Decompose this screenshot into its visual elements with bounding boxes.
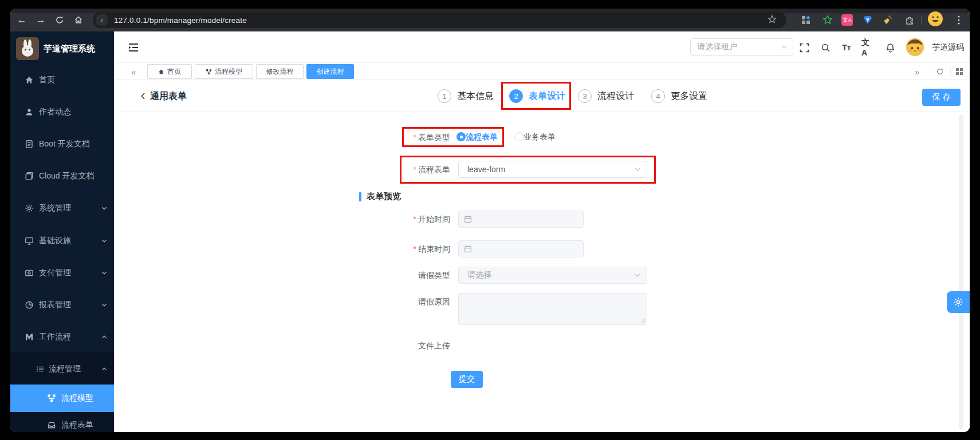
grid-icon xyxy=(956,68,963,75)
browser-home-button[interactable] xyxy=(72,13,85,27)
extensions-puzzle-icon[interactable] xyxy=(903,13,917,27)
sidebar-item-system[interactable]: 系统管理 xyxy=(10,197,114,220)
resize-handle-icon xyxy=(641,319,646,323)
chevron-left-icon xyxy=(139,92,147,100)
site-info-icon[interactable]: i xyxy=(96,14,108,26)
radio-label-business-form[interactable]: 业务表单 xyxy=(524,132,556,142)
sidebar-item-payment[interactable]: 支付管理 xyxy=(10,261,114,284)
url-bar[interactable]: i 127.0.0.1/bpm/manager/model/create xyxy=(93,12,786,28)
sidebar-item-process-form[interactable]: 流程表单 xyxy=(10,414,114,432)
tab-home[interactable]: 首页 xyxy=(147,64,192,79)
step-number: 1 xyxy=(438,89,451,103)
logo-image xyxy=(16,37,39,60)
app-header: 请选择租户 Tт 文A xyxy=(114,31,970,63)
screenshot-stage: ← → i 127.0.0.1/bpm/manager/model/create xyxy=(0,0,980,440)
browser-reload-button[interactable] xyxy=(53,13,66,27)
font-size-icon: Tт xyxy=(842,43,851,52)
tenant-select[interactable]: 请选择租户 xyxy=(690,38,793,56)
chevron-down-icon xyxy=(634,272,641,279)
chevron-up-icon xyxy=(101,366,107,372)
wallet-icon xyxy=(25,268,34,278)
chevron-down-icon xyxy=(781,43,788,50)
home-icon xyxy=(25,76,34,85)
process-form-select[interactable]: leave-form xyxy=(458,161,647,178)
start-time-input xyxy=(458,211,584,228)
tab-process-model[interactable]: 流程模型 xyxy=(195,64,253,79)
home-icon xyxy=(158,69,164,75)
tabs-scroll-left-button[interactable]: « xyxy=(131,63,136,80)
browser-profile-avatar[interactable] xyxy=(928,12,942,26)
step-more-settings[interactable]: 4 更多设置 xyxy=(651,80,707,112)
save-button[interactable]: 保 存 xyxy=(922,89,961,106)
notification-button[interactable] xyxy=(883,41,897,54)
extension-star-icon[interactable] xyxy=(821,13,835,27)
radio-business-form[interactable] xyxy=(514,132,524,141)
form-content: *表单类型 流程表单 业务表单 *流程表单 leave-form xyxy=(114,112,970,432)
leave-reason-textarea xyxy=(458,293,647,325)
sidebar-item-report[interactable]: 报表管理 xyxy=(10,294,114,316)
tab-bar: « 首页 流程模型 修改流程 创建流程 » xyxy=(114,63,970,80)
sidebar-item-process-model[interactable]: 流程模型 xyxy=(10,384,114,412)
browser-back-button[interactable]: ← xyxy=(15,13,29,27)
radio-process-form[interactable] xyxy=(456,132,466,141)
app-logo[interactable]: 芋道管理系统 xyxy=(16,37,95,60)
calendar-icon xyxy=(464,245,472,253)
refresh-icon xyxy=(936,68,944,76)
sidebar-item-cloud-docs[interactable]: Cloud 开发文档 xyxy=(10,165,114,188)
back-button[interactable] xyxy=(139,80,147,112)
submit-button[interactable]: 提交 xyxy=(451,371,483,388)
select-value: leave-form xyxy=(467,165,505,174)
step-process-design[interactable]: 3 流程设计 xyxy=(578,80,634,112)
fullscreen-button[interactable] xyxy=(797,41,811,54)
sidebar-item-home[interactable]: 首页 xyxy=(10,69,114,92)
font-size-button[interactable]: Tт xyxy=(840,41,853,54)
user-avatar[interactable] xyxy=(906,38,924,56)
end-time-label: *结束时间 xyxy=(114,244,450,254)
chevron-down-icon xyxy=(101,302,107,308)
kebab-menu-icon xyxy=(958,15,960,25)
bookmark-star-icon[interactable] xyxy=(767,14,777,25)
browser-menu-button[interactable] xyxy=(952,13,966,27)
step-number: 3 xyxy=(578,89,592,103)
theme-settings-button[interactable] xyxy=(947,291,970,313)
bell-icon xyxy=(885,43,895,53)
leave-reason-label: 请假原因 xyxy=(114,296,450,307)
browser-forward-button[interactable]: → xyxy=(34,13,48,27)
step-form-design[interactable]: 2 表单设计 xyxy=(509,80,565,112)
locale-button[interactable]: 文A xyxy=(861,41,875,54)
fullscreen-icon xyxy=(800,43,809,53)
tabs-scroll-right-button[interactable]: » xyxy=(915,63,919,80)
sidebar-item-process-management[interactable]: 流程管理 xyxy=(10,358,114,380)
layout-grid-button[interactable] xyxy=(953,63,966,80)
step-basic-info[interactable]: 1 基本信息 xyxy=(438,80,494,112)
user-name[interactable]: 芋道源码 xyxy=(932,31,964,63)
documents-copy-icon xyxy=(25,172,34,181)
menu-fold-icon xyxy=(128,43,139,52)
avatar-image xyxy=(906,38,924,56)
sidebar-item-boot-docs[interactable]: Boot 开发文档 xyxy=(10,133,114,156)
extension-translate-icon[interactable]: 文A xyxy=(840,13,854,27)
gear-icon xyxy=(25,204,34,213)
search-button[interactable] xyxy=(818,41,832,54)
sidebar-item-workflow[interactable]: 工作流程 xyxy=(10,326,114,348)
tab-create-process[interactable]: 创建流程 xyxy=(306,64,354,79)
chevron-up-icon xyxy=(101,334,107,340)
section-accent-bar xyxy=(359,192,361,201)
vertical-scrollbar[interactable] xyxy=(959,114,963,430)
extension-squares-icon[interactable] xyxy=(799,13,813,27)
sidebar-item-infra[interactable]: 基础设施 xyxy=(10,229,114,252)
main-area: 请选择租户 Tт 文A xyxy=(114,31,970,432)
sidebar-item-author[interactable]: 作者动态 xyxy=(10,101,114,124)
radio-label-process-form[interactable]: 流程表单 xyxy=(466,132,498,142)
sidebar-collapse-button[interactable] xyxy=(127,41,140,54)
extension-broom-icon[interactable] xyxy=(881,13,895,27)
rabbit-logo-icon xyxy=(16,37,39,60)
tab-refresh-button[interactable] xyxy=(933,63,947,80)
leave-type-select: 请选择 xyxy=(458,267,647,284)
reload-icon xyxy=(55,15,64,25)
extension-gem-icon[interactable] xyxy=(861,13,875,27)
browser-window: ← → i 127.0.0.1/bpm/manager/model/create xyxy=(10,9,970,432)
tab-edit-process[interactable]: 修改流程 xyxy=(256,64,304,79)
page-title: 通用表单 xyxy=(150,80,187,112)
app-root: 芋道管理系统 首页 作者动态 Boot 开发文档 Cloud 开发文档 xyxy=(10,31,970,432)
